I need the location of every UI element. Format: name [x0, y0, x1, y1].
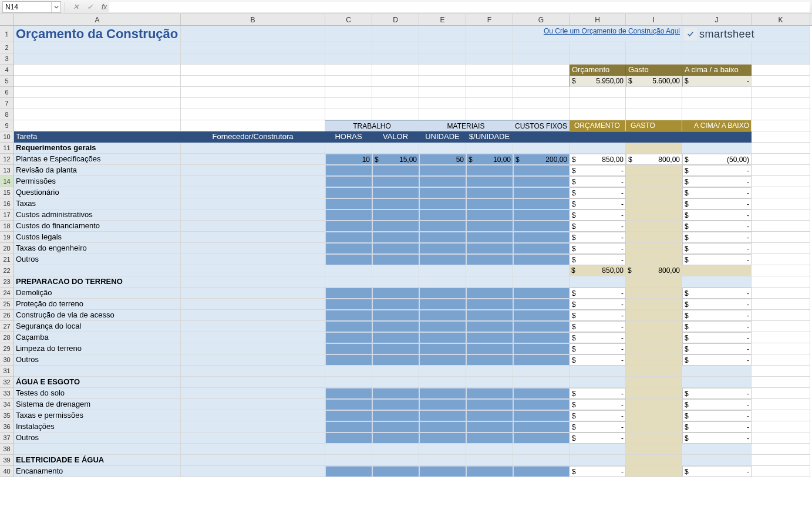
cell[interactable] [570, 109, 626, 120]
cell[interactable] [682, 98, 752, 109]
cell-fixos[interactable] [513, 421, 570, 432]
cell-punidade[interactable] [466, 299, 513, 310]
cell[interactable] [752, 232, 810, 243]
task-label[interactable]: Plantas e Especificações [14, 154, 181, 165]
cell[interactable] [466, 76, 513, 87]
cell-unidade[interactable] [419, 165, 466, 176]
row-header[interactable]: 36 [0, 421, 14, 432]
cell-gasto[interactable] [626, 165, 682, 176]
cell-unidade[interactable] [419, 466, 466, 477]
cell-fixos[interactable] [513, 354, 570, 366]
cell-unidade[interactable] [419, 221, 466, 232]
row-header[interactable]: 29 [0, 343, 14, 354]
cell-horas[interactable] [325, 221, 372, 232]
cell-diff[interactable]: $- [682, 176, 752, 187]
cell-punidade[interactable] [466, 421, 513, 432]
row-header[interactable]: 22 [0, 265, 14, 276]
cell-diff[interactable]: $- [682, 399, 752, 410]
cell-unidade[interactable] [419, 321, 466, 332]
cell-unidade[interactable] [419, 176, 466, 187]
cell-punidade[interactable] [466, 198, 513, 209]
task-label[interactable]: Limpeza do terreno [14, 343, 181, 354]
cell-punidade[interactable] [466, 399, 513, 410]
cell-fixos[interactable] [513, 432, 570, 444]
cell-diff[interactable]: $- [682, 187, 752, 198]
cell-orcamento[interactable]: $- [570, 466, 626, 477]
cell-diff[interactable]: $- [682, 232, 752, 243]
row-header[interactable]: 16 [0, 198, 14, 209]
cell[interactable] [419, 455, 466, 466]
cell[interactable] [181, 432, 325, 444]
cell-orcamento[interactable]: $- [570, 243, 626, 254]
cell[interactable] [752, 343, 810, 354]
cell-valor[interactable] [372, 321, 419, 332]
cell[interactable] [570, 455, 626, 466]
cell[interactable] [325, 366, 372, 377]
cell[interactable] [466, 65, 513, 76]
cell[interactable] [419, 377, 466, 388]
cell-fixos[interactable] [513, 321, 570, 332]
cell-unidade[interactable] [419, 299, 466, 310]
row-header[interactable]: 28 [0, 332, 14, 343]
cell-unidade[interactable] [419, 198, 466, 209]
cell[interactable] [14, 42, 181, 53]
cell[interactable] [513, 76, 570, 87]
cell[interactable] [626, 109, 682, 120]
cell[interactable] [181, 388, 325, 399]
cell[interactable] [752, 288, 810, 299]
cell-horas[interactable] [325, 299, 372, 310]
cell[interactable] [372, 366, 419, 377]
cell[interactable] [419, 98, 466, 109]
cell-horas[interactable] [325, 288, 372, 299]
cell[interactable] [752, 209, 810, 221]
cell-valor[interactable] [372, 254, 419, 265]
row-header[interactable]: 20 [0, 243, 14, 254]
cell[interactable] [752, 187, 810, 198]
cell-gasto[interactable] [626, 321, 682, 332]
cell[interactable] [181, 377, 325, 388]
cell[interactable] [752, 154, 810, 165]
cell[interactable] [181, 187, 325, 198]
cell[interactable] [419, 76, 466, 87]
col-header-C[interactable]: C [325, 14, 372, 25]
cell-horas[interactable] [325, 232, 372, 243]
cell[interactable] [181, 176, 325, 187]
summary-budget-value[interactable]: $5.950,00 [570, 76, 626, 87]
cell-orcamento[interactable]: $- [570, 432, 626, 444]
cell-horas[interactable] [325, 421, 372, 432]
cell[interactable] [181, 299, 325, 310]
cell[interactable] [752, 444, 810, 455]
task-label[interactable]: Sistema de drenagem [14, 399, 181, 410]
cell[interactable] [682, 276, 752, 288]
subtotal-gasto[interactable]: $800,00 [626, 265, 682, 276]
task-label[interactable]: Testes do solo [14, 388, 181, 399]
cell-fixos[interactable] [513, 299, 570, 310]
cell[interactable] [325, 87, 372, 98]
cell[interactable] [570, 143, 626, 154]
row-header[interactable]: 10 [0, 131, 14, 143]
cell[interactable] [181, 343, 325, 354]
cell[interactable] [752, 410, 810, 421]
cell[interactable] [372, 143, 419, 154]
cell[interactable] [513, 377, 570, 388]
cell-horas[interactable] [325, 410, 372, 421]
cell-fixos[interactable] [513, 187, 570, 198]
cell-punidade[interactable] [466, 176, 513, 187]
cell-unidade[interactable] [419, 399, 466, 410]
cancel-icon[interactable]: ✕ [71, 2, 80, 12]
row-header[interactable]: 14 [0, 176, 14, 187]
cell[interactable] [181, 254, 325, 265]
cell[interactable] [513, 143, 570, 154]
formula-input[interactable] [109, 2, 810, 12]
cell-gasto[interactable] [626, 410, 682, 421]
cell-gasto[interactable] [626, 466, 682, 477]
cell[interactable] [325, 276, 372, 288]
cell-orcamento[interactable]: $- [570, 198, 626, 209]
cell-unidade[interactable] [419, 432, 466, 444]
cell-orcamento[interactable]: $- [570, 421, 626, 432]
cell[interactable] [752, 120, 810, 131]
cell[interactable] [752, 198, 810, 209]
cell-horas[interactable] [325, 310, 372, 321]
cell[interactable] [419, 265, 466, 276]
cell[interactable] [752, 243, 810, 254]
